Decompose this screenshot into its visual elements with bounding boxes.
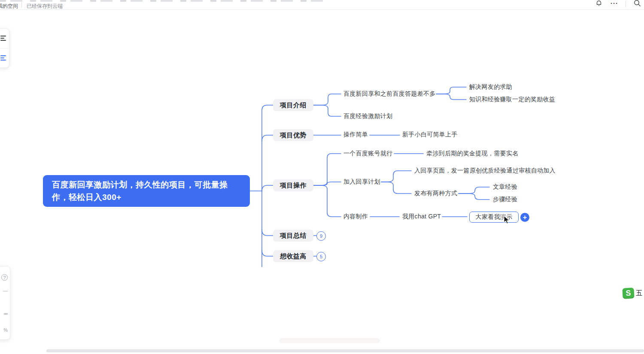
node-text[interactable]: 百度新回享和之前百度答题差不多	[343, 90, 436, 98]
saved-status: 已经保存到云端	[27, 3, 63, 10]
node-project-advantage[interactable]: 项目优势	[273, 129, 313, 141]
node-text[interactable]: 内容制作	[343, 213, 368, 221]
zoom-control-panel: ? — ≔ %	[0, 266, 10, 340]
node-text[interactable]: 新手小白可简单上手	[402, 131, 458, 139]
mouse-cursor	[503, 215, 510, 227]
topbar-divider	[21, 2, 22, 8]
node-high-income[interactable]: 想收益高	[273, 250, 313, 262]
list-icon[interactable]: ≔	[3, 311, 8, 317]
more-icon[interactable]: ···	[610, 0, 619, 7]
collapsed-count-badge[interactable]: 5	[316, 252, 326, 261]
node-text[interactable]: 发布有两种方式	[414, 190, 457, 197]
zoom-percent-label: %	[3, 327, 8, 333]
collapsed-count-badge[interactable]: 9	[316, 231, 326, 241]
outline-blue-button[interactable]	[0, 48, 9, 68]
node-text[interactable]: 我用chat GPT	[402, 213, 441, 221]
clipped-text-row	[0, 0, 326, 2]
search-icon[interactable]	[633, 0, 641, 7]
node-project-summary[interactable]: 项目总结	[273, 230, 313, 242]
help-icon[interactable]: ?	[1, 274, 8, 281]
topbar-icon-divider	[626, 1, 626, 7]
node-text[interactable]: 解决网友的求助	[469, 83, 512, 91]
outline-dark-icon	[0, 36, 6, 41]
watermark: S 五	[623, 288, 642, 299]
watermark-logo-icon: S	[622, 287, 634, 299]
node-text[interactable]: 操作简单	[343, 131, 368, 139]
add-child-button[interactable]: +	[520, 213, 529, 222]
outline-dark-button[interactable]	[0, 29, 9, 48]
outline-blue-icon	[0, 55, 6, 61]
node-text[interactable]: 百度经验激励计划	[343, 112, 392, 120]
bell-icon[interactable]	[595, 0, 603, 7]
node-text[interactable]: 入回享页面，发一篇原创优质经验通过审核自动加入	[414, 167, 556, 175]
horizontal-scrollbar[interactable]	[46, 349, 644, 352]
canvas-smudge	[279, 338, 380, 343]
my-space-link[interactable]: 我的空间	[0, 3, 18, 10]
node-text[interactable]: 知识和经验赚取一定的奖励收益	[469, 96, 555, 103]
zoom-out-icon[interactable]: —	[3, 288, 8, 293]
node-text[interactable]: 一个百度账号就行	[343, 150, 392, 157]
root-node[interactable]: 百度新回享激励计划，持久性的项目，可批量操作，轻松日入300+	[43, 175, 250, 207]
outline-tool-panel	[0, 28, 9, 68]
top-bar: 我的空间 已经保存到云端 ···	[0, 0, 644, 10]
node-text[interactable]: 加入回享计划	[343, 178, 380, 186]
node-project-operation[interactable]: 项目操作	[273, 179, 313, 191]
node-text[interactable]: 文章经验	[493, 183, 517, 191]
selected-node[interactable]: 大家看我演示	[469, 212, 519, 223]
node-project-intro[interactable]: 项目介绍	[273, 99, 313, 111]
watermark-text: 五	[636, 289, 642, 297]
node-text[interactable]: 牵涉到后期的奖金提现，需要实名	[426, 150, 519, 157]
node-text[interactable]: 步骤经验	[493, 196, 517, 203]
